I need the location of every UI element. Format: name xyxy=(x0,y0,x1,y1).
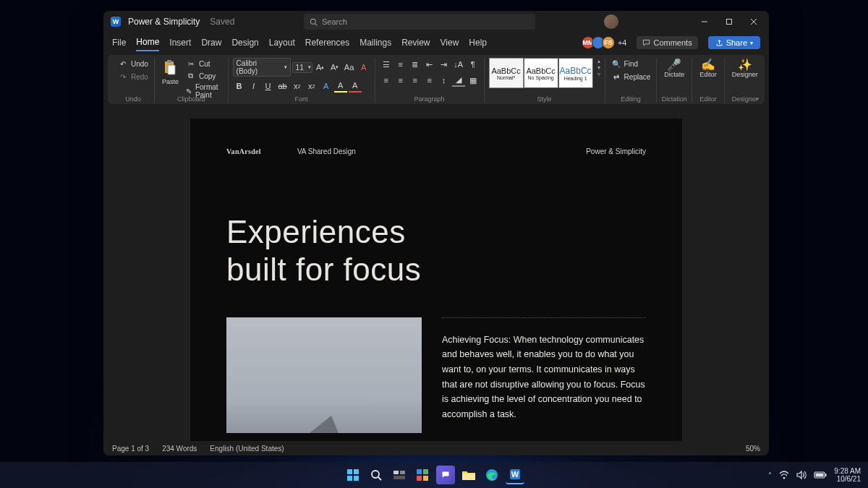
document-image[interactable] xyxy=(226,317,422,433)
undo-button[interactable]: ↶Undo xyxy=(116,58,150,69)
tab-insert[interactable]: Insert xyxy=(169,35,191,51)
increase-indent-button[interactable]: ⇥ xyxy=(438,58,451,71)
search-box[interactable]: Search xyxy=(304,14,535,30)
document-body[interactable]: Achieving Focus: When technology communi… xyxy=(442,317,646,433)
close-button[interactable] xyxy=(741,12,766,32)
bold-button[interactable]: B xyxy=(233,80,246,93)
dictate-button[interactable]: 🎤Dictate xyxy=(661,58,687,80)
multilevel-list-button[interactable]: ≣ xyxy=(409,58,422,71)
font-size-select[interactable]: 11▾ xyxy=(292,62,312,73)
zoom-level[interactable]: 50% xyxy=(746,445,760,453)
show-marks-button[interactable]: ¶ xyxy=(467,58,480,71)
align-center-button[interactable]: ≡ xyxy=(394,74,407,87)
share-button[interactable]: Share ▾ xyxy=(708,36,760,49)
presence-avatar[interactable]: FS xyxy=(602,36,615,49)
tab-references[interactable]: References xyxy=(305,35,349,51)
language-indicator[interactable]: English (United States) xyxy=(210,445,284,453)
bullets-button[interactable]: ☰ xyxy=(380,58,393,71)
shrink-font-button[interactable]: A▾ xyxy=(328,61,341,74)
tab-review[interactable]: Review xyxy=(401,35,430,51)
wifi-icon[interactable] xyxy=(779,471,789,479)
svg-text:W: W xyxy=(511,470,519,479)
tab-help[interactable]: Help xyxy=(469,35,487,51)
collapse-ribbon-button[interactable]: ⌄ xyxy=(754,93,760,101)
font-color-button[interactable]: A xyxy=(349,80,362,93)
cut-button[interactable]: ✂Cut xyxy=(184,58,224,69)
edge-button[interactable] xyxy=(482,466,501,484)
widgets-button[interactable] xyxy=(413,466,432,484)
minimize-button[interactable] xyxy=(692,12,717,32)
tab-mailings[interactable]: Mailings xyxy=(359,35,391,51)
tab-home[interactable]: Home xyxy=(136,34,159,51)
user-avatar[interactable] xyxy=(604,14,618,29)
grow-font-button[interactable]: A▴ xyxy=(314,61,327,74)
tab-file[interactable]: File xyxy=(112,35,126,51)
cut-icon: ✂ xyxy=(186,59,196,69)
battery-icon[interactable] xyxy=(814,471,827,479)
microphone-icon: 🎤 xyxy=(669,59,679,69)
find-button[interactable]: 🔍Find xyxy=(610,58,639,69)
borders-button[interactable]: ▦ xyxy=(467,74,480,87)
group-label: Dictation xyxy=(662,95,687,103)
shading-button[interactable]: ◢ xyxy=(452,74,465,87)
tab-design[interactable]: Design xyxy=(231,35,258,51)
align-left-button[interactable]: ≡ xyxy=(380,74,393,87)
maximize-button[interactable] xyxy=(717,12,741,32)
paste-button[interactable]: Paste xyxy=(159,58,182,87)
word-count[interactable]: 234 Words xyxy=(162,445,197,453)
tray-overflow-button[interactable]: ˄ xyxy=(768,471,772,479)
sort-button[interactable]: ↓A xyxy=(452,58,465,71)
tab-draw[interactable]: Draw xyxy=(201,35,221,51)
replace-button[interactable]: ⇄Replace xyxy=(610,71,652,82)
decrease-indent-button[interactable]: ⇤ xyxy=(423,58,436,71)
styles-scroll-up[interactable]: ▴ xyxy=(597,58,600,64)
style-normal[interactable]: AaBbCcNormal* xyxy=(489,58,524,88)
text-effects-button[interactable]: A xyxy=(320,80,333,93)
font-name-select[interactable]: Calibri (Body)▾ xyxy=(233,58,291,77)
tab-layout[interactable]: Layout xyxy=(269,35,295,51)
line-spacing-button[interactable]: ↕ xyxy=(438,74,451,87)
start-button[interactable] xyxy=(344,466,362,484)
presence-avatars[interactable]: MM FS +4 xyxy=(584,36,627,49)
svg-rect-21 xyxy=(423,476,428,481)
page[interactable]: VanArsdel VA Shared Design Power & Simpl… xyxy=(190,119,682,441)
subscript-button[interactable]: x2 xyxy=(291,80,304,93)
styles-scroll-down[interactable]: ▾ xyxy=(597,64,600,71)
presence-more[interactable]: +4 xyxy=(618,38,627,47)
superscript-button[interactable]: x2 xyxy=(305,80,318,93)
copy-button[interactable]: ⧉Copy xyxy=(184,70,224,82)
word-taskbar-button[interactable]: W xyxy=(506,466,524,484)
change-case-button[interactable]: Aa xyxy=(343,61,356,74)
highlight-button[interactable]: A xyxy=(334,80,347,93)
numbering-button[interactable]: ≡ xyxy=(394,58,407,71)
redo-button[interactable]: ↷Redo xyxy=(116,71,150,82)
underline-button[interactable]: U xyxy=(262,80,275,93)
comments-button[interactable]: Comments xyxy=(637,36,697,49)
group-undo: ↶Undo ↷Redo Undo xyxy=(112,58,155,103)
style-no-spacing[interactable]: AaBbCcNo Spacing xyxy=(524,58,558,88)
document-canvas[interactable]: VanArsdel VA Shared Design Power & Simpl… xyxy=(103,104,769,441)
volume-icon[interactable] xyxy=(796,471,807,479)
designer-button[interactable]: ✨Designer xyxy=(729,58,761,80)
chat-button[interactable] xyxy=(436,466,455,484)
svg-rect-9 xyxy=(347,469,352,474)
strikethrough-button[interactable]: ab xyxy=(276,80,289,93)
align-right-button[interactable]: ≡ xyxy=(409,74,422,87)
editor-icon: ✍ xyxy=(703,59,713,69)
clock[interactable]: 9:28 AM 10/6/21 xyxy=(834,467,861,483)
justify-button[interactable]: ≡ xyxy=(423,74,436,87)
editor-button[interactable]: ✍Editor xyxy=(697,58,720,80)
tab-view[interactable]: View xyxy=(441,35,459,51)
search-icon: 🔍 xyxy=(611,59,621,69)
svg-rect-19 xyxy=(423,469,428,474)
italic-button[interactable]: I xyxy=(247,80,260,93)
taskbar-search-button[interactable] xyxy=(367,466,386,484)
page-indicator[interactable]: Page 1 of 3 xyxy=(112,445,149,453)
style-heading1[interactable]: AaBbCcHeading 1 xyxy=(558,58,593,88)
document-heading[interactable]: Experiences built for focus xyxy=(226,213,646,288)
styles-expand[interactable]: ▿ xyxy=(597,71,600,77)
task-view-button[interactable] xyxy=(390,466,409,484)
file-explorer-button[interactable] xyxy=(459,466,478,484)
clear-formatting-button[interactable]: A xyxy=(357,61,370,74)
group-label: Font xyxy=(295,95,308,103)
